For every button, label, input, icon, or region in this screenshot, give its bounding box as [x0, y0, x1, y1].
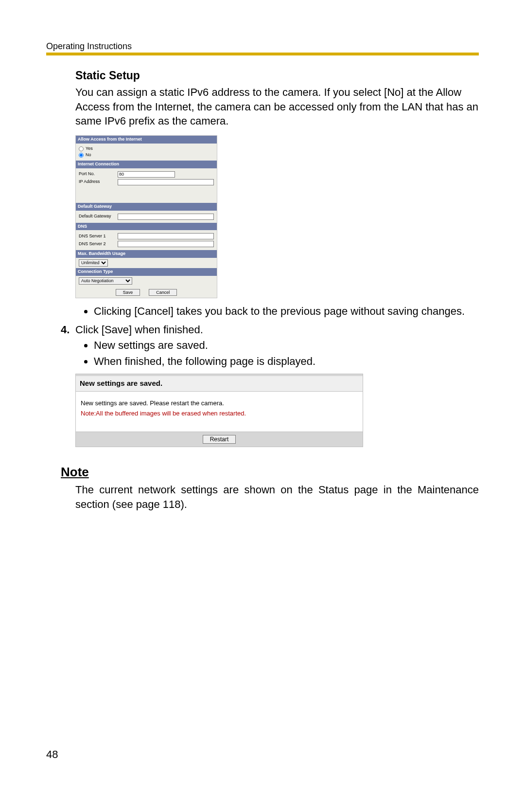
section-intro: You can assign a static IPv6 address to … [75, 85, 479, 128]
lbl-dns1: DNS Server 1 [79, 234, 118, 239]
save-button[interactable]: Save [116, 289, 140, 296]
select-bandwidth[interactable]: Unlimited [79, 259, 108, 267]
lbl-port: Port No. [79, 171, 118, 177]
input-port[interactable] [118, 171, 175, 178]
step-4-text: Click [Save] when finished. [75, 323, 203, 337]
radio-yes-label: Yes [86, 146, 93, 152]
radio-no-label: No [86, 152, 91, 158]
restart-button[interactable]: Restart [203, 435, 236, 444]
section-title: Static Setup [75, 69, 479, 82]
select-connection-type[interactable]: Auto Negotiation [79, 277, 132, 285]
lbl-default-gw: Default Gateway [79, 214, 118, 219]
saved-dialog-screenshot: New settings are saved. New settings are… [75, 374, 363, 447]
input-dns2[interactable] [118, 241, 214, 247]
lbl-dns2: DNS Server 2 [79, 241, 118, 247]
saved-dialog-warning: Note:All the buffered images will be era… [81, 410, 358, 417]
bullets-after-form: Clicking [Cancel] takes you back to the … [94, 304, 479, 319]
bullet-cancel-note: Clicking [Cancel] takes you back to the … [94, 304, 479, 319]
hdr-allow-access: Allow Access from the Internet [76, 136, 217, 144]
input-ip[interactable] [118, 179, 214, 185]
lbl-ip: IP Address [79, 179, 118, 185]
hdr-internet-connection: Internet Connection [76, 161, 217, 168]
saved-dialog-title: New settings are saved. [76, 376, 363, 391]
radio-yes[interactable] [79, 146, 84, 151]
cancel-button[interactable]: Cancel [149, 289, 177, 296]
note-heading: Note [61, 465, 479, 480]
radio-no[interactable] [79, 153, 84, 158]
header-rule [46, 53, 479, 55]
hdr-bandwidth: Max. Bandwidth Usage [76, 250, 217, 258]
step-4-sub-bullets: New settings are saved. When finished, t… [94, 338, 479, 369]
step-4-number: 4. [61, 323, 75, 337]
note-text: The current network settings are shown o… [75, 483, 479, 511]
hdr-connection-type: Connection Type [76, 268, 217, 276]
input-dns1[interactable] [118, 233, 214, 239]
running-header: Operating Instructions [46, 41, 479, 52]
page-number: 48 [46, 748, 58, 761]
step-4-row: 4. Click [Save] when finished. [61, 323, 479, 337]
input-default-gw[interactable] [118, 214, 214, 220]
step-4-sub-2: When finished, the following page is dis… [94, 354, 479, 369]
hdr-dns: DNS [76, 223, 217, 231]
hdr-default-gateway: Default Gateway [76, 203, 217, 211]
step-4-sub-1: New settings are saved. [94, 338, 479, 353]
saved-dialog-msg: New settings are saved. Please restart t… [81, 399, 358, 407]
static-setup-form-screenshot: Allow Access from the Internet Yes No In… [75, 135, 217, 298]
